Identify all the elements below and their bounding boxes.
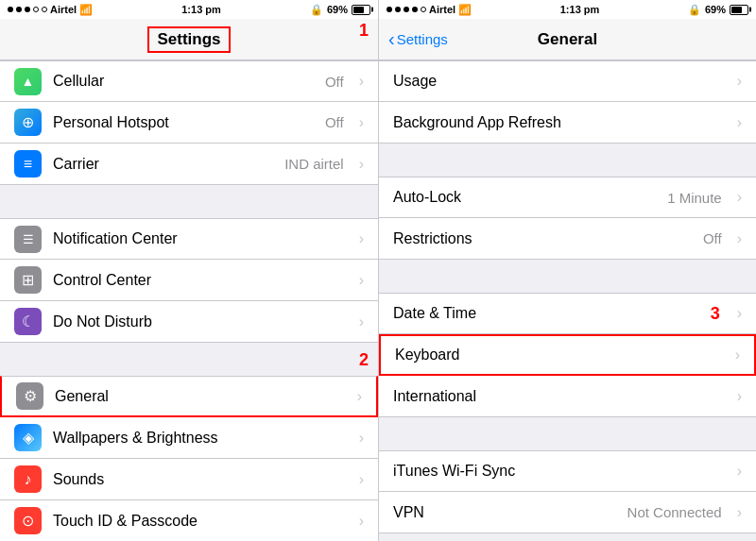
- wallpaper-label: Wallpapers & Brightness: [53, 430, 348, 447]
- battery-icon-right: [730, 5, 748, 15]
- battery-percent-right: 69%: [705, 4, 726, 15]
- row-vpn[interactable]: VPN Not Connected ›: [379, 492, 756, 533]
- itunes-sync-label: iTunes Wi-Fi Sync: [393, 463, 726, 480]
- nav-bar-right: ‹ Settings General: [379, 19, 756, 60]
- usage-chevron: ›: [737, 73, 742, 90]
- row-datetime[interactable]: Date & Time 3 ›: [379, 293, 756, 334]
- disturb-chevron: ›: [359, 313, 364, 330]
- autolock-chevron: ›: [737, 189, 742, 206]
- row-autolock[interactable]: Auto-Lock 1 Minute ›: [379, 177, 756, 218]
- wallpaper-icon: ◈: [14, 424, 42, 451]
- signal-dot-4: [33, 7, 39, 12]
- row-sounds[interactable]: ♪ Sounds ›: [0, 459, 378, 500]
- time-left: 1:13 pm: [181, 4, 221, 15]
- status-bar-right: Airtel 📶 1:13 pm 🔒 69%: [379, 0, 756, 19]
- keyboard-label: Keyboard: [395, 347, 724, 363]
- autolock-value: 1 Minute: [667, 190, 722, 206]
- wifi-icon-left: 📶: [79, 4, 93, 16]
- carrier-icon: ≡: [14, 150, 42, 178]
- signal-dot-1: [8, 7, 13, 12]
- control-label: Control Center: [53, 272, 348, 289]
- settings-list-left: ▲ Cellular Off › ⊕ Personal Hotspot Off …: [0, 60, 378, 541]
- status-bar-left: Airtel 📶 1:13 pm 🔒 69%: [0, 0, 378, 19]
- hotspot-value: Off: [325, 114, 344, 130]
- badge-3: 3: [711, 304, 720, 324]
- vpn-value: Not Connected: [627, 504, 722, 520]
- row-background-refresh[interactable]: Background App Refresh ›: [379, 102, 756, 144]
- sounds-icon: ♪: [14, 465, 42, 493]
- row-usage[interactable]: Usage ›: [379, 60, 756, 102]
- divider-1: [0, 185, 378, 218]
- hotspot-icon-char: ⊕: [22, 113, 34, 131]
- background-chevron: ›: [737, 114, 742, 131]
- touchid-label: Touch ID & Passcode: [53, 513, 348, 530]
- divider-r3: [379, 417, 756, 450]
- cellular-icon: ▲: [14, 68, 42, 95]
- international-label: International: [393, 388, 726, 405]
- divider-r1: [379, 144, 756, 177]
- row-touchid[interactable]: ⊙ Touch ID & Passcode ›: [0, 500, 378, 541]
- battery-percent-left: 69%: [327, 4, 348, 15]
- nav-title-left: Settings: [147, 26, 230, 53]
- wallpaper-chevron: ›: [359, 430, 364, 447]
- signal-dot-r5: [421, 7, 426, 12]
- row-carrier[interactable]: ≡ Carrier IND airtel ›: [0, 144, 378, 185]
- section-2: ☰ Notification Center › ⊞ Control Center…: [0, 218, 378, 343]
- signal-dot-2: [16, 7, 22, 12]
- notification-label: Notification Center: [53, 230, 348, 247]
- datetime-label: Date & Time: [393, 305, 699, 322]
- carrier-name-left: Airtel: [50, 4, 77, 15]
- international-chevron: ›: [737, 388, 742, 405]
- sounds-icon-char: ♪: [25, 471, 32, 488]
- carrier-chevron: ›: [359, 156, 364, 173]
- restrictions-label: Restrictions: [393, 230, 692, 247]
- row-restrictions[interactable]: Restrictions Off ›: [379, 218, 756, 260]
- general-section-3: Date & Time 3 › Keyboard › International…: [379, 293, 756, 417]
- row-disturb[interactable]: ☾ Do Not Disturb ›: [0, 301, 378, 343]
- row-control[interactable]: ⊞ Control Center ›: [0, 260, 378, 301]
- notification-icon-char: ☰: [23, 232, 34, 246]
- control-icon-char: ⊞: [22, 271, 34, 289]
- back-label[interactable]: Settings: [397, 31, 448, 47]
- cellular-value: Off: [325, 74, 344, 90]
- nav-back-button[interactable]: ‹ Settings: [388, 28, 448, 50]
- row-general[interactable]: ⚙ General ›: [0, 376, 378, 417]
- settings-list-right: Usage › Background App Refresh › Auto-Lo…: [379, 60, 756, 541]
- datetime-chevron: ›: [737, 305, 742, 322]
- section-3: ⚙ General › ◈ Wallpapers & Brightness › …: [0, 376, 378, 541]
- general-label: General: [55, 388, 346, 405]
- signal-dot-r1: [387, 7, 392, 12]
- general-section-4: iTunes Wi-Fi Sync › VPN Not Connected ›: [379, 450, 756, 533]
- row-wallpaper[interactable]: ◈ Wallpapers & Brightness ›: [0, 417, 378, 459]
- restrictions-value: Off: [703, 230, 722, 246]
- row-cellular[interactable]: ▲ Cellular Off ›: [0, 60, 378, 102]
- time-right: 1:13 pm: [560, 4, 600, 15]
- carrier-name-right: Airtel: [429, 4, 455, 15]
- cellular-label: Cellular: [53, 73, 314, 90]
- notification-icon: ☰: [14, 226, 42, 253]
- row-notification[interactable]: ☰ Notification Center ›: [0, 218, 378, 260]
- restrictions-chevron: ›: [737, 230, 742, 247]
- status-left: Airtel 📶: [8, 4, 93, 16]
- usage-label: Usage: [393, 73, 726, 90]
- disturb-icon: ☾: [14, 308, 42, 335]
- battery-fill-left: [353, 7, 364, 13]
- divider-2: 2: [0, 343, 378, 376]
- row-international[interactable]: International ›: [379, 376, 756, 417]
- touchid-icon: ⊙: [14, 507, 42, 534]
- battery-fill-right: [731, 7, 742, 13]
- lock-icon-right: 🔒: [688, 4, 701, 16]
- row-itunes-sync[interactable]: iTunes Wi-Fi Sync ›: [379, 450, 756, 492]
- divider-r2: [379, 260, 756, 293]
- background-refresh-label: Background App Refresh: [393, 114, 726, 131]
- touchid-chevron: ›: [359, 513, 364, 530]
- badge-2: 2: [359, 350, 369, 370]
- cellular-chevron: ›: [359, 73, 364, 90]
- nav-title-right: General: [538, 30, 597, 49]
- signal-dot-3: [25, 7, 30, 12]
- row-hotspot[interactable]: ⊕ Personal Hotspot Off ›: [0, 102, 378, 144]
- back-chevron-icon: ‹: [388, 28, 395, 50]
- signal-dot-r3: [404, 7, 409, 12]
- signal-dot-r4: [412, 7, 418, 12]
- row-keyboard[interactable]: Keyboard ›: [379, 334, 756, 376]
